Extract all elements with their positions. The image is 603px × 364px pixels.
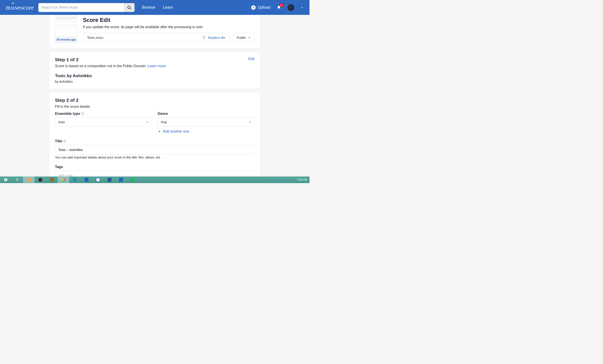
taskbar-word[interactable] [104, 176, 115, 183]
thumbnail-timestamp: 35 minutes ago [55, 37, 77, 43]
search-icon [15, 178, 19, 182]
add-another-genre[interactable]: Add another one [158, 129, 255, 133]
taskbar-app-7[interactable] [92, 176, 104, 183]
chevron-down-icon [301, 6, 304, 9]
taskbar-app-2[interactable] [35, 176, 46, 183]
svg-rect-5 [6, 178, 7, 180]
search-input[interactable] [38, 3, 124, 12]
taskbar-spotify[interactable] [127, 176, 138, 183]
chevron-down-icon [248, 121, 251, 123]
ensemble-value: Solo [58, 120, 65, 124]
replace-file-label: Replace file [208, 36, 225, 39]
score-edit-card: 35 minutes ago Score Edit If you update … [49, 15, 260, 48]
nav-browse[interactable]: Browse [142, 5, 155, 10]
ensemble-select[interactable]: Solo [55, 117, 152, 126]
svg-rect-4 [4, 178, 6, 180]
upload-label: Upload [258, 5, 270, 10]
file-box: Toxic.mscz Replace file [83, 33, 230, 42]
avatar[interactable] [287, 4, 294, 11]
score-thumbnail[interactable] [55, 15, 77, 37]
song-byline: by Ashnikko [55, 80, 255, 83]
chevron-down-icon [146, 121, 149, 123]
help-icon[interactable]: ? [81, 112, 84, 115]
taskbar-search[interactable] [12, 176, 23, 183]
svg-line-1 [130, 8, 131, 9]
app-header: musescore Browse Learn Upload 4 [0, 0, 310, 15]
sync-icon [202, 35, 206, 39]
taskbar-app-9[interactable] [115, 176, 127, 183]
svg-line-9 [18, 180, 19, 181]
step1-edit-link[interactable]: Edit [248, 57, 255, 61]
taskbar-clock[interactable]: 7:00 PM [297, 178, 307, 181]
song-title: Toxic by Ashnikko [55, 73, 255, 78]
taskbar-app-6[interactable] [81, 176, 92, 183]
notifications-badge: 4 [279, 3, 283, 7]
page-subtitle: If you update the score, its page will b… [83, 25, 255, 29]
step1-heading: Step 1 of 2 [55, 57, 166, 62]
taskbar-chrome[interactable] [58, 176, 69, 183]
plus-icon [158, 130, 161, 133]
visibility-value: Public [237, 36, 246, 39]
step1-desc: Score is based on a composition not in t… [55, 64, 166, 68]
visibility-select[interactable]: Public [233, 33, 255, 42]
search-container [38, 3, 135, 12]
step2-card: Step 2 of 2 Fill in the score details En… [49, 92, 260, 183]
title-label: Title ? [55, 139, 255, 143]
file-name: Toxic.mscz [87, 36, 103, 39]
chevron-down-icon [248, 36, 251, 39]
taskbar: 7:00 PM [0, 176, 310, 183]
help-icon[interactable]: ? [63, 140, 66, 143]
search-button[interactable] [124, 3, 135, 12]
nav-learn[interactable]: Learn [163, 5, 173, 10]
replace-file-link[interactable]: Replace file [202, 35, 225, 39]
taskbar-app-3[interactable] [46, 176, 58, 183]
genre-value: Pop [161, 120, 167, 124]
notifications-button[interactable]: 4 [277, 5, 281, 10]
title-hint: You can add important details about your… [55, 156, 255, 159]
user-menu-toggle[interactable] [301, 6, 304, 9]
nav-links: Browse Learn [142, 5, 173, 10]
svg-rect-7 [6, 180, 7, 181]
step1-card: Step 1 of 2 Score is based on a composit… [49, 51, 260, 89]
start-button[interactable] [0, 176, 12, 183]
svg-rect-6 [4, 180, 6, 181]
upload-icon [251, 5, 255, 10]
step2-heading: Step 2 of 2 [55, 97, 255, 103]
logo[interactable]: musescore [6, 4, 34, 11]
taskbar-app-1[interactable] [23, 176, 35, 183]
svg-point-8 [16, 178, 18, 180]
search-icon [127, 5, 131, 10]
page-title: Score Edit [83, 17, 255, 23]
step2-desc: Fill in the score details [55, 105, 255, 109]
tags-label: Tags [55, 165, 255, 169]
genre-label: Genre [158, 112, 255, 116]
title-input[interactable] [55, 145, 255, 154]
genre-select[interactable]: Pop [158, 117, 255, 126]
svg-point-0 [128, 6, 130, 8]
ensemble-label: Ensemble type ? [55, 112, 152, 116]
taskbar-app-5[interactable] [69, 176, 81, 183]
upload-button[interactable]: Upload [251, 5, 270, 10]
windows-icon [4, 178, 8, 182]
learn-more-link[interactable]: Learn more [148, 64, 166, 68]
